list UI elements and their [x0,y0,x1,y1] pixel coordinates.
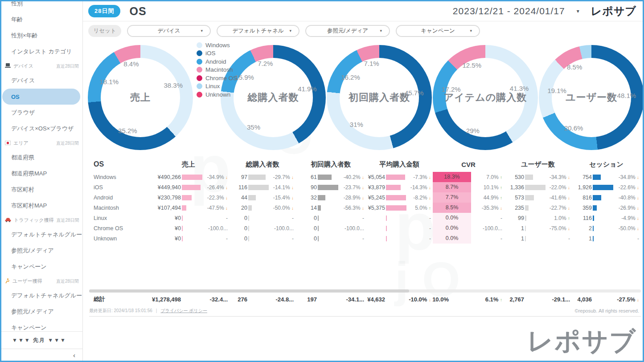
cvr-heat-value: 8.7% [433,182,471,192]
donut-percent-label: 16.2% [341,73,360,81]
metric-cell: 4,036 [572,296,614,303]
delta-value: - [407,225,433,232]
metric-bar [593,175,601,180]
date-caret-icon[interactable]: ▾ [577,8,579,14]
sidebar-item-性別×年齢[interactable]: 性別×年齢 [1,28,82,44]
delta-value: -34.1... [339,296,366,303]
delta-value: -23.7% ↓ [339,184,366,191]
sidebar-section-label: デバイス [13,63,33,69]
delta-value: -8.2% ↓ [407,195,433,201]
sidebar-item-デフォルトチャネルグループ[interactable]: デフォルトチャネルグループ [1,288,82,304]
japan-flag-icon [5,141,11,146]
cvr-heat-value: 18.3% [433,172,471,182]
metric-value: 99 [518,215,524,221]
sidebar-item-都道府県MAP[interactable]: 都道府県MAP [1,166,82,182]
sidebar-item-デフォルトチャネルグループ[interactable]: デフォルトチャネルグループ [1,227,82,243]
horizontal-scrollbar[interactable] [89,289,641,293]
donut-center-label: 売上 [130,91,151,104]
sidebar-item-デバイス[interactable]: デバイス [1,73,82,89]
delta-value: 44.9% ↑ [471,195,504,201]
sidebar-item-インタレスト カテゴリ[interactable]: インタレスト カテゴリ [1,44,82,60]
metric-value: ¥107,494 [158,205,181,211]
arrow-down-icon: ↓ [429,297,431,302]
metric-value: 1,926 [578,184,592,191]
metric-cell: 1,336 [504,184,546,191]
bar-container [248,226,270,231]
donut-chart-アイテムの購入数: 41.3%29%17.2%12.5%アイテムの購入数 [432,40,538,155]
metric-cell [366,236,407,241]
filter-dropdown-デバイス[interactable]: デバイス▾ [127,25,211,37]
date-range[interactable]: 2023/12/21 - 2024/01/17 [453,6,565,16]
cvr-cell: 0.0% [433,213,471,223]
delta-value: -47.5% ↓ [203,205,230,211]
metric-value: ¥4,632 [367,296,385,303]
metric-value: 530 [515,174,524,180]
prev-month-nav[interactable]: ▼▼▼ 先月 ▼▼▼ [1,332,82,349]
metric-value: 116 [238,184,247,191]
sidebar-item-市区町村[interactable]: 市区町村 [1,182,82,198]
footer-separator: | [156,308,157,313]
cvr-cell: 0.0% [433,233,471,244]
filter-dropdown-キャンペーン[interactable]: キャンペーン▾ [396,25,480,37]
sidebar-item-デバイス×OS×ブラウザ[interactable]: デバイス×OS×ブラウザ [1,121,82,137]
delta-value: -27.5% ↓ [614,296,641,303]
sidebar-item-参照元/メディア[interactable]: 参照元/メディア [1,304,82,320]
donut-percent-label: 15.9% [235,73,254,81]
arrow-down-icon: ↓ [362,185,364,190]
arrow-down-icon: ↓ [568,185,570,190]
table-row: Windows¥490,266-34.9% ↓97-29.7% ↓61-40.2… [89,172,641,182]
delta-value: -14.3% ↓ [407,184,433,191]
donut-chart-初回購入者数: 45.7%31%16.2%7.1%初回購入者数 [326,40,432,155]
metric-value: 0 [314,215,317,221]
cvr-heat-value: 0.0% [433,223,471,233]
metric-cell: 0 [295,215,339,221]
copyright: ©reposub. All rights reserved. [575,308,641,313]
filter-dropdown-参照元/メディア[interactable]: 参照元/メディア▾ [305,25,390,37]
arrow-down-icon: ↓ [291,185,294,190]
sidebar-item-ブラウザ[interactable]: ブラウザ [1,105,82,121]
legend-item-iOS: iOS [197,49,237,58]
scrollbar-thumb[interactable] [89,289,409,293]
sidebar-item-参照元/メディア[interactable]: 参照元/メディア [1,243,82,259]
metric-bar [248,216,249,221]
metric-cell: 754 [572,174,614,180]
delta-value: 10.1% ↑ [471,184,504,191]
arrow-up-icon: ↑ [568,216,570,221]
filter-dropdown-デフォルトチャネル[interactable]: デフォルトチャネル▾ [217,25,299,37]
metric-bar [318,236,319,241]
sidebar-item-キャンペーン[interactable]: キャンペーン [1,320,82,331]
metric-value: ¥3,879 [368,184,385,191]
sidebar-item-キャンペーン[interactable]: キャンペーン [1,259,82,275]
delta-value: -28.9% ↓ [339,195,366,201]
arrow-up-icon: ↑ [500,185,502,190]
bar-container [248,175,270,180]
privacy-policy-link[interactable]: プライバシー ポリシー [160,308,207,314]
table-row: iOS¥449,940-26.4% ↓116-14.1% ↓90-23.7% ↓… [89,182,641,192]
sidebar-item-年齢[interactable]: 年齢 [1,12,82,28]
bar-container [248,185,270,190]
delta-value: -29.7% ↓ [270,174,295,180]
metric-value: 116 [583,215,592,221]
legend-label: iOS [205,50,216,57]
sidebar-item-OS[interactable]: OS [2,89,80,105]
column-header-ユーザー数: ユーザー数 [504,160,572,169]
delta-value: -32.4... [203,296,230,303]
table-row: Macintosh¥107,494-47.5% ↓20-50.0% ↓14-56… [89,203,641,213]
sidebar-item-都道府県[interactable]: 都道府県 [1,150,82,166]
sidebar-item-市区町村MAP[interactable]: 市区町村MAP [1,198,82,214]
metric-value: 2 [589,225,592,232]
table-row: Chrome OS¥0-100.0...0-100.0...0-100.0...… [89,223,641,233]
metric-value: ¥1,278,498 [152,296,181,303]
reset-button[interactable]: リセット [88,25,121,37]
column-header-セッション: セッション [572,160,641,169]
legend-label: Linux [205,83,220,89]
sidebar-item-性別[interactable]: 性別 [1,0,82,12]
metric-value: ¥5,054 [368,174,385,180]
delta-value: -29.1... [546,296,572,303]
cvr-cell: 0.0% [433,223,471,233]
total-row: 総計¥1,278,498-32.4...276-24.8...197-34.1.… [89,293,641,305]
collapse-chevron-icon[interactable]: ‹ [73,352,75,358]
last-updated: 最終更新日: 2024/1/18 15:01:56 [89,308,152,314]
os-cell: Linux [89,215,147,221]
metric-bar [525,216,526,221]
